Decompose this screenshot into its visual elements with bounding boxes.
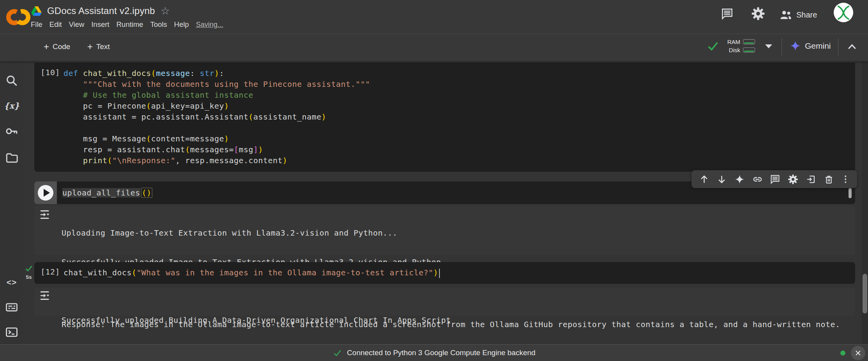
dismiss-status-button[interactable] [851,346,865,360]
success-check-icon [24,264,34,272]
execution-count: [12] [41,267,60,276]
matched-parens[interactable]: () [141,188,152,198]
mirror-cell-icon[interactable] [806,174,816,185]
menu-view[interactable]: View [69,20,85,29]
cell-output: Uploading Image-to-Text Extraction with … [34,206,855,255]
play-icon [44,189,50,197]
app-header: GDocs Assistant v2.ipynb ☆ File Edit Vie… [0,0,868,34]
code-text[interactable]: upload_all_files [62,188,140,197]
menu-runtime[interactable]: Runtime [116,20,143,29]
status-bar: Connected to Python 3 Google Compute Eng… [0,344,868,361]
run-cell-gutter[interactable] [34,181,57,204]
more-options-icon[interactable]: ⋮ [841,175,850,183]
move-cell-up-icon[interactable] [699,174,709,185]
link-icon[interactable] [752,174,763,185]
execution-time: 5s [23,274,34,280]
execution-count: [10] [41,68,60,77]
text-cursor [439,269,440,278]
code-cell-10[interactable]: [10] def chat_with_docs(message: str): "… [34,63,855,172]
resources-monitor[interactable]: RAM Disk [724,39,755,53]
code-cell-12[interactable]: [12] chat_with_docs("What was in the ima… [34,262,855,284]
output-icon[interactable] [39,290,51,301]
star-icon[interactable]: ☆ [161,6,170,16]
code-editor[interactable]: chat_with_docs("What was in the images i… [64,267,440,278]
cell-execution-status: 5s [23,264,34,280]
code-line[interactable]: def chat_with_docs(message: str): [64,68,370,79]
code-line[interactable]: msg = Message(content=message) [64,133,370,144]
backend-status-message: Connected to Python 3 Google Compute Eng… [347,349,536,357]
cell-output: Response: The images in the Ollama image… [34,288,855,316]
output-icon[interactable] [39,209,51,220]
menu-tools[interactable]: Tools [150,20,167,29]
notebook-title-row: GDocs Assistant v2.ipynb ☆ [31,4,170,18]
connected-check-icon [706,40,720,52]
cell-settings-gear-icon[interactable] [788,174,798,185]
output-text-block: Response: The images in the Ollama image… [62,301,840,349]
variables-icon[interactable]: {x} [5,99,18,112]
settings-gear-icon[interactable] [751,7,765,21]
gemini-spark-icon[interactable] [734,174,745,185]
cell-toolbar: ⋮ [692,170,857,188]
colab-app: GDocs Assistant v2.ipynb ☆ File Edit Vie… [0,0,868,361]
share-button[interactable]: Share [779,9,817,21]
resources-dropdown-icon[interactable] [765,44,772,48]
gemini-sparkle-icon [790,41,801,51]
editor-scrollbar-thumb[interactable] [849,188,852,198]
toolbar-divider [838,38,838,55]
output-line: Response: The images in the Ollama image… [62,319,840,330]
saving-status: Saving... [196,21,223,29]
code-snippets-icon[interactable]: <> [5,276,18,289]
command-palette-icon[interactable] [5,301,18,314]
share-people-icon [779,9,792,21]
gemini-label: Gemini [805,41,831,51]
secrets-key-icon[interactable] [5,125,18,138]
add-code-label: Code [53,42,70,51]
connected-check-icon [333,349,342,357]
add-code-button[interactable]: + Code [44,42,70,51]
drive-icon [31,6,42,16]
disk-usage-bar [743,48,755,53]
share-label: Share [796,11,817,19]
move-cell-down-icon[interactable] [716,174,727,185]
code-line[interactable]: pc = Pinecone(api_key=api_key) [64,100,370,111]
code-line[interactable] [64,122,370,133]
page-scrollbar-track[interactable] [862,35,868,344]
code-editor[interactable]: def chat_with_docs(message: str): """Cha… [64,68,370,166]
menu-bar: File Edit View Insert Runtime Tools Help… [31,20,223,29]
gemini-button[interactable]: Gemini [790,41,831,51]
search-icon[interactable] [5,74,18,87]
toolbar-divider [782,38,782,55]
backend-status-dot [840,350,845,356]
comment-icon[interactable] [770,174,780,185]
plus-icon: + [44,42,49,51]
menu-file[interactable]: File [31,20,42,29]
code-line[interactable]: # Use the global assistant instance [64,90,370,100]
run-button[interactable] [38,185,53,201]
add-text-button[interactable]: + Text [87,42,110,51]
output-line: Uploading Image-to-Text Extraction with … [62,228,451,238]
menu-edit[interactable]: Edit [49,20,62,29]
colab-logo-icon[interactable] [5,4,31,30]
plus-icon: + [87,42,93,51]
add-text-label: Text [96,42,110,51]
delete-cell-icon[interactable] [824,174,834,185]
close-icon [854,349,862,357]
notebook-title[interactable]: GDocs Assistant v2.ipynb [47,5,155,16]
page-scrollbar-thumb[interactable] [863,274,867,313]
menu-help[interactable]: Help [174,20,189,29]
code-line[interactable]: resp = assistant.chat(messages=[msg]) [64,144,370,155]
code-line: chat_with_docs("What was in the images i… [64,268,438,277]
code-line[interactable]: """Chat with the documents using the Pin… [64,79,370,90]
ram-usage-bar [743,39,755,44]
disk-label: Disk [724,47,740,53]
left-sidebar: {x} <> [0,35,23,344]
comments-icon[interactable] [721,7,734,20]
code-line[interactable]: assistant = pc.assistant.Assistant(assis… [64,111,370,122]
avatar[interactable] [834,3,853,22]
terminal-icon[interactable] [5,326,18,339]
menu-insert[interactable]: Insert [91,20,109,29]
files-folder-icon[interactable] [5,151,18,164]
code-line[interactable]: print("\nResponse:", resp.message.conten… [64,155,370,166]
collapse-header-chevron-icon[interactable] [846,42,858,52]
ram-label: RAM [724,39,740,45]
